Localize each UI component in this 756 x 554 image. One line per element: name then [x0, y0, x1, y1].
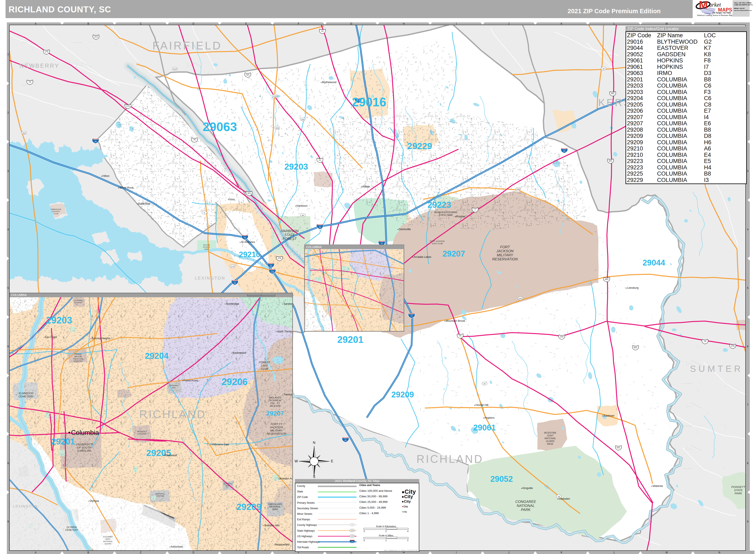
svg-text:4: 4: [7, 228, 9, 231]
svg-text:Rosewood: Rosewood: [165, 454, 177, 457]
svg-text:W: W: [295, 459, 298, 463]
svg-text:213: 213: [173, 68, 177, 70]
svg-text:MEMORIALSTADIUM: MEMORIALSTADIUM: [155, 493, 165, 497]
svg-text:29201: 29201: [337, 334, 363, 345]
svg-text:29052: 29052: [490, 475, 513, 484]
svg-text:M: M: [666, 551, 668, 554]
svg-text:MIDLANDSTECHNICALCOL - FTJACKS: MIDLANDSTECHNICALCOL - FTJACKSON: [268, 396, 282, 407]
svg-text:601: 601: [605, 278, 608, 280]
svg-text:21: 21: [321, 30, 324, 32]
svg-text:29203: 29203: [284, 162, 308, 171]
svg-text:Kilbourne Park: Kilbourne Park: [212, 443, 229, 446]
svg-text:M: M: [666, 22, 668, 25]
svg-text:29201: 29201: [51, 437, 75, 446]
svg-text:America's Leading Source of B: America's Leading Source of Business Map…: [697, 14, 734, 16]
svg-text:S: S: [313, 475, 315, 479]
svg-text:215: 215: [275, 127, 279, 129]
svg-text:6: 6: [747, 345, 749, 348]
svg-text:34: 34: [602, 68, 605, 70]
svg-text:601: 601: [617, 446, 620, 449]
svg-text:A: A: [35, 551, 37, 554]
svg-text:3: 3: [7, 170, 9, 173]
svg-text:2: 2: [747, 111, 749, 114]
svg-text:COLUMBIACOLLEGE: COLUMBIACOLLEGE: [73, 299, 83, 303]
svg-text:29044: 29044: [643, 258, 665, 267]
svg-text:Irmo: Irmo: [229, 198, 235, 201]
svg-text:Arthurtown: Arthurtown: [170, 545, 183, 548]
svg-text:A: A: [35, 22, 37, 25]
svg-text:Ravenwood: Ravenwood: [233, 351, 246, 354]
svg-text:273: 273: [231, 266, 234, 268]
svg-text:26: 26: [95, 140, 97, 143]
svg-text:North Trenholm: North Trenholm: [277, 330, 295, 333]
svg-text:B: B: [88, 551, 89, 554]
svg-text:76: 76: [459, 335, 461, 337]
svg-text:7: 7: [7, 403, 9, 406]
svg-text:Arcadia Lakes: Arcadia Lakes: [414, 255, 432, 259]
svg-text:N: N: [718, 22, 720, 25]
svg-text:1: 1: [7, 53, 9, 56]
svg-text:Forest Acres: Forest Acres: [184, 379, 198, 382]
svg-text:J: J: [508, 22, 509, 25]
svg-text:76: 76: [193, 138, 196, 141]
svg-text:E: E: [331, 459, 333, 463]
svg-text:77: 77: [381, 242, 383, 245]
svg-text:29223: 29223: [427, 200, 451, 210]
svg-text:601: 601: [611, 92, 614, 95]
svg-text:321: 321: [247, 192, 251, 194]
svg-text:6: 6: [7, 345, 9, 348]
svg-text:Olympia: Olympia: [90, 499, 99, 502]
svg-text:LEXINGTON: LEXINGTON: [195, 276, 225, 280]
svg-text:29229: 29229: [407, 141, 432, 151]
svg-text:M: M: [699, 0, 708, 11]
svg-text:20: 20: [319, 226, 321, 228]
svg-text:3: 3: [747, 170, 749, 173]
svg-text:I: I: [456, 22, 457, 25]
svg-text:Dentsville: Dentsville: [399, 228, 411, 231]
svg-text:FAIRFIELD: FAIRFIELD: [152, 40, 222, 52]
svg-text:L: L: [613, 551, 615, 554]
svg-text:Kingville: Kingville: [522, 487, 533, 490]
svg-text:176: 176: [278, 257, 281, 259]
svg-text:601: 601: [634, 346, 637, 348]
svg-text:21: 21: [319, 159, 321, 161]
svg-text:176: 176: [126, 105, 130, 107]
svg-text:St Andrews: St Andrews: [241, 240, 255, 243]
svg-text:K: K: [561, 551, 562, 554]
svg-text:262: 262: [519, 297, 522, 299]
svg-text:9: 9: [747, 520, 749, 523]
svg-text:E: E: [245, 22, 247, 25]
svg-text:CALL US TOLL FREE!: CALL US TOLL FREE!: [734, 2, 752, 4]
svg-text:4: 4: [747, 228, 749, 231]
svg-text:Mountain Brook: Mountain Brook: [446, 319, 465, 322]
svg-text:176: 176: [45, 51, 48, 53]
svg-text:5: 5: [7, 287, 9, 289]
svg-text:LEXINGTON: LEXINGTON: [13, 504, 38, 508]
svg-text:D: D: [193, 551, 195, 554]
svg-text:37: 37: [484, 383, 486, 385]
svg-text:20: 20: [234, 282, 236, 284]
svg-text:ELMWOODCEMETERY: ELMWOODCEMETERY: [18, 392, 34, 398]
svg-text:H: H: [403, 22, 405, 25]
svg-text:268: 268: [516, 188, 520, 190]
svg-text:77: 77: [410, 315, 413, 317]
svg-text:L: L: [613, 22, 615, 25]
svg-text:Hopkins: Hopkins: [485, 416, 495, 419]
svg-text:White Rock: White Rock: [119, 186, 134, 189]
svg-text:F: F: [298, 22, 299, 25]
svg-text:FORT JACKSONGOLF CLUB: FORT JACKSONGOLF CLUB: [430, 240, 445, 244]
svg-text:213: 213: [94, 36, 98, 38]
svg-text:8: 8: [747, 462, 749, 465]
svg-text:D: D: [193, 22, 195, 25]
svg-text:Ballentine: Ballentine: [138, 202, 150, 205]
svg-text:60: 60: [302, 214, 304, 217]
svg-text:COLUMBIA: COLUMBIA: [11, 293, 27, 296]
svg-text:I: I: [456, 551, 457, 554]
svg-text:B: B: [88, 22, 89, 25]
svg-text:29206: 29206: [221, 377, 248, 387]
svg-text:EMAIL US AT:: EMAIL US AT:: [734, 7, 745, 9]
svg-text:215: 215: [273, 95, 276, 97]
svg-text:9: 9: [7, 520, 9, 523]
svg-text:1: 1: [474, 208, 475, 211]
svg-text:C: C: [140, 22, 142, 25]
